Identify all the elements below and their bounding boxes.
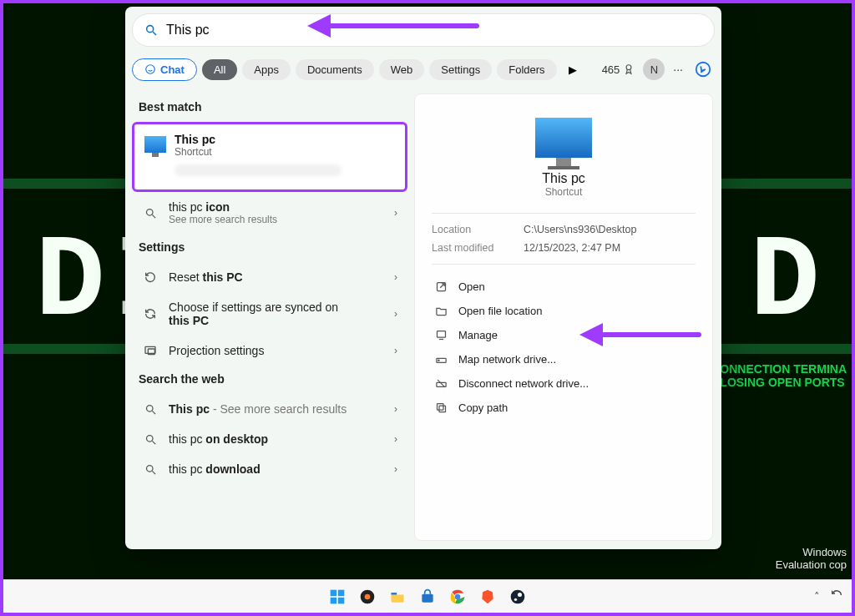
overflow-menu[interactable]: ··· bbox=[673, 63, 683, 76]
search-panel: Chat All Apps Documents Web Settings Fol… bbox=[125, 7, 721, 549]
action-map-network-drive[interactable]: Map network drive... bbox=[432, 347, 696, 371]
chevron-right-icon: › bbox=[394, 403, 397, 415]
chevron-right-icon: › bbox=[394, 308, 397, 320]
svg-rect-22 bbox=[439, 406, 446, 412]
web-search-this-pc[interactable]: This pc - See more search results › bbox=[132, 394, 407, 424]
svg-point-0 bbox=[147, 26, 154, 33]
svg-point-33 bbox=[455, 593, 461, 599]
svg-rect-7 bbox=[145, 346, 155, 353]
svg-point-2 bbox=[146, 65, 155, 74]
search-icon bbox=[144, 23, 158, 37]
settings-reset-pc[interactable]: Reset this PC › bbox=[132, 262, 407, 292]
settings-sync[interactable]: Choose if settings are synced on this PC… bbox=[132, 292, 407, 336]
svg-line-12 bbox=[152, 441, 155, 444]
search-icon bbox=[142, 403, 159, 416]
taskbar-steam-icon[interactable] bbox=[506, 585, 529, 608]
folder-icon bbox=[433, 305, 448, 317]
tab-chat[interactable]: Chat bbox=[132, 58, 197, 81]
tray-chevron-icon[interactable]: ˄ bbox=[814, 590, 820, 603]
svg-rect-23 bbox=[437, 404, 443, 411]
chevron-right-icon: › bbox=[394, 271, 397, 283]
sync-icon bbox=[142, 307, 159, 321]
svg-point-11 bbox=[146, 435, 153, 442]
bing-icon[interactable] bbox=[691, 58, 715, 81]
svg-rect-31 bbox=[422, 593, 433, 602]
svg-rect-26 bbox=[331, 597, 337, 603]
search-suggestion-icon[interactable]: this pc icon See more search results › bbox=[132, 192, 407, 234]
rewards-points[interactable]: 465 bbox=[602, 63, 635, 76]
settings-header: Settings bbox=[132, 234, 407, 262]
preview-pane: This pc Shortcut LocationC:\Users\ns936\… bbox=[414, 93, 713, 541]
search-web-header: Search the web bbox=[132, 366, 407, 394]
chevron-right-icon: › bbox=[394, 207, 397, 219]
svg-point-34 bbox=[511, 589, 525, 603]
search-icon bbox=[142, 433, 159, 446]
tab-folders[interactable]: Folders bbox=[497, 59, 556, 80]
preview-last-modified: Last modified12/15/2023, 2:47 PM bbox=[432, 242, 696, 254]
tab-settings[interactable]: Settings bbox=[429, 59, 492, 80]
tab-apps[interactable]: Apps bbox=[242, 59, 291, 80]
svg-line-1 bbox=[153, 32, 156, 35]
action-open-file-location[interactable]: Open file location bbox=[432, 299, 696, 323]
preview-title: This pc bbox=[432, 171, 696, 186]
svg-line-6 bbox=[152, 215, 155, 218]
settings-projection[interactable]: Projection settings › bbox=[132, 336, 407, 366]
svg-point-29 bbox=[365, 593, 371, 599]
monitor-icon bbox=[144, 136, 166, 153]
action-copy-path[interactable]: Copy path bbox=[432, 396, 696, 420]
svg-rect-27 bbox=[338, 597, 345, 603]
svg-point-19 bbox=[438, 360, 438, 361]
svg-rect-16 bbox=[437, 331, 445, 338]
taskbar-app-icon[interactable] bbox=[356, 585, 379, 608]
taskbar-brave-icon[interactable] bbox=[476, 585, 499, 608]
best-match-header: Best match bbox=[132, 93, 407, 122]
svg-point-4 bbox=[696, 63, 711, 77]
open-icon bbox=[433, 280, 448, 293]
svg-point-13 bbox=[146, 465, 153, 472]
action-disconnect-network-drive[interactable]: Disconnect network drive... bbox=[432, 371, 696, 396]
svg-point-5 bbox=[146, 209, 153, 215]
user-avatar[interactable]: N bbox=[643, 58, 665, 80]
preview-location: LocationC:\Users\ns936\Desktop bbox=[432, 224, 696, 235]
wallpaper-terminal-text: CONNECTION TERMINA CLOSING OPEN PORTS bbox=[711, 362, 847, 389]
taskbar-file-explorer-icon[interactable] bbox=[386, 585, 409, 608]
result-path-blurred bbox=[175, 164, 341, 176]
drive-disconnect-icon bbox=[433, 377, 448, 390]
system-tray[interactable]: ˄ bbox=[814, 588, 843, 604]
reset-icon bbox=[142, 270, 159, 284]
taskbar: ˄ bbox=[3, 579, 852, 613]
svg-point-36 bbox=[514, 598, 517, 600]
taskbar-chrome-icon[interactable] bbox=[446, 585, 469, 608]
tray-sync-icon[interactable] bbox=[830, 588, 843, 604]
tab-all[interactable]: All bbox=[202, 59, 237, 80]
taskbar-store-icon[interactable] bbox=[416, 585, 439, 608]
svg-point-3 bbox=[626, 65, 631, 70]
result-subtitle: Shortcut bbox=[175, 146, 341, 158]
svg-rect-25 bbox=[338, 589, 345, 596]
search-icon bbox=[142, 207, 159, 220]
search-bar[interactable] bbox=[132, 13, 715, 47]
chevron-right-icon: › bbox=[394, 463, 397, 475]
start-button[interactable] bbox=[326, 585, 349, 608]
svg-line-10 bbox=[152, 411, 155, 414]
web-search-on-desktop[interactable]: this pc on desktop › bbox=[132, 424, 407, 454]
windows-watermark: Windows Evaluation cop bbox=[776, 546, 847, 571]
wallpaper-text-right: D bbox=[750, 216, 820, 349]
search-icon bbox=[142, 463, 159, 476]
svg-point-35 bbox=[518, 593, 522, 597]
tabs-more-arrow[interactable]: ▶ bbox=[562, 63, 584, 76]
projection-icon bbox=[142, 344, 159, 357]
action-open[interactable]: Open bbox=[432, 275, 696, 299]
web-search-download[interactable]: this pc download › bbox=[132, 454, 407, 484]
chevron-right-icon: › bbox=[394, 345, 397, 356]
tab-web[interactable]: Web bbox=[379, 59, 425, 80]
copy-icon bbox=[433, 401, 448, 414]
svg-point-9 bbox=[146, 405, 153, 412]
drive-icon bbox=[433, 353, 448, 366]
manage-icon bbox=[433, 329, 448, 341]
preview-subtitle: Shortcut bbox=[432, 186, 696, 198]
tab-documents[interactable]: Documents bbox=[296, 59, 374, 80]
svg-rect-24 bbox=[331, 589, 337, 596]
monitor-icon bbox=[535, 118, 592, 158]
best-match-result[interactable]: This pc Shortcut bbox=[132, 122, 407, 192]
